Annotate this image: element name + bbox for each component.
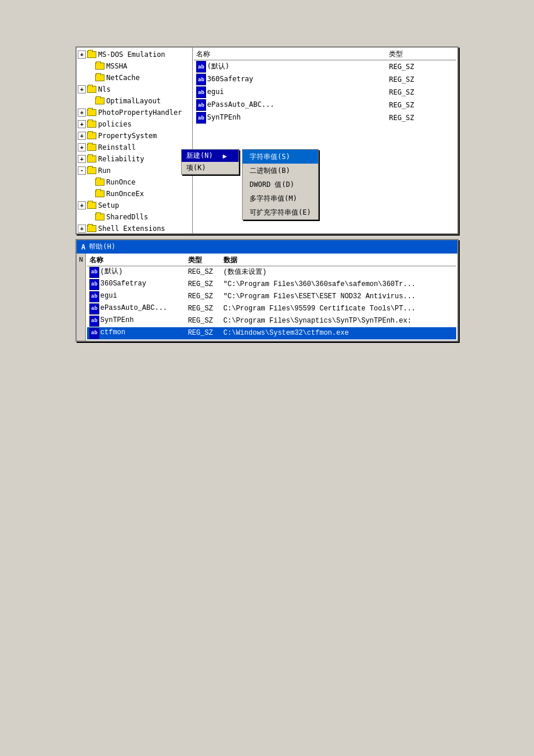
value-name: (默认) xyxy=(100,267,122,276)
tree-item[interactable]: MSSHA xyxy=(77,60,192,72)
table-row[interactable]: abegui REG_SZ "C:\Program Files\ESET\ESE… xyxy=(87,291,456,303)
tree-expander[interactable]: + xyxy=(78,143,86,151)
tree-expander[interactable]: + xyxy=(78,85,86,93)
folder-icon xyxy=(95,97,104,104)
tree-expander[interactable]: + xyxy=(78,225,86,233)
value-pane: 名称 类型 ab(默认) REG_SZ ab360Safetray REG_SZ… xyxy=(193,48,457,233)
folder-icon xyxy=(87,155,96,162)
ab-icon: ab xyxy=(89,291,99,302)
tree-item[interactable]: +PropertySystem xyxy=(77,130,192,142)
tree-expander-empty xyxy=(86,62,94,70)
tree-expander[interactable]: + xyxy=(78,155,86,163)
tree-item[interactable]: -Run xyxy=(77,165,192,176)
ab-icon: ab xyxy=(89,279,99,290)
table-row[interactable]: ab(默认) REG_SZ (数值未设置) xyxy=(87,266,456,279)
value-type: REG_SZ xyxy=(186,327,221,339)
folder-icon xyxy=(87,225,96,232)
tree-item[interactable]: RunOnce xyxy=(77,176,192,188)
tree-pane[interactable]: +MS-DOS EmulationMSSHANetCache+NlsOptima… xyxy=(77,48,193,233)
submenu-item[interactable]: 字符串值(S) xyxy=(243,150,318,164)
table-row[interactable]: ab360Safetray REG_SZ "C:\Program Files\3… xyxy=(87,278,456,291)
submenu-item[interactable]: DWORD 值(D) xyxy=(243,178,318,191)
tree-expander-empty xyxy=(86,97,94,105)
tree-item-label: PropertySystem xyxy=(98,131,157,141)
value-data: C:\Windows\System32\ctfmon.exe xyxy=(221,327,456,339)
tree-item[interactable]: +MS-DOS Emulation xyxy=(77,49,192,60)
value-type: REG_SZ xyxy=(387,73,456,86)
value-name: SynTPEnh xyxy=(100,316,134,324)
tree-item[interactable]: +policies xyxy=(77,118,192,130)
tree-item[interactable]: +Reliability xyxy=(77,153,192,165)
tree-expander[interactable]: + xyxy=(78,108,86,117)
value-type: REG_SZ xyxy=(186,315,221,327)
tree-item-label: Setup xyxy=(98,200,119,211)
table-row[interactable]: abePassAuto_ABC... REG_SZ C:\Program Fil… xyxy=(87,303,456,315)
tree-item-label: NetCache xyxy=(106,73,140,83)
registry-editor-top: +MS-DOS EmulationMSSHANetCache+NlsOptima… xyxy=(75,46,459,234)
tree-item[interactable]: SharedDlls xyxy=(77,211,192,223)
tree-expander[interactable]: + xyxy=(78,120,86,128)
bottom-panel-header: A 帮助(H) xyxy=(77,240,457,254)
submenu-item[interactable]: 二进制值(B) xyxy=(243,164,318,178)
value-data: "C:\Program Files\360\360safe\safemon\36… xyxy=(221,278,456,291)
tree-expander-empty xyxy=(86,74,94,82)
folder-icon xyxy=(87,144,96,151)
tree-expander-empty xyxy=(86,190,94,198)
tree-item[interactable]: OptimalLayout xyxy=(77,95,192,107)
folder-icon xyxy=(95,190,104,197)
tree-item-label: Reinstall xyxy=(98,142,136,153)
value-name: ePassAuto_ABC... xyxy=(207,100,275,108)
value-name: ctfmon xyxy=(100,328,125,337)
table-row[interactable]: ab(默认) REG_SZ xyxy=(194,60,456,74)
ab-icon: ab xyxy=(196,74,206,85)
tree-item-label: RunOnce xyxy=(106,177,136,187)
value-type: REG_SZ xyxy=(387,60,456,74)
submenu[interactable]: 字符串值(S)二进制值(B)DWORD 值(D)多字符串值(M)可扩充字符串值(… xyxy=(242,149,319,220)
tree-item[interactable]: +Reinstall xyxy=(77,142,192,153)
folder-icon xyxy=(87,121,96,128)
tree-expander[interactable]: + xyxy=(78,201,86,209)
table-row[interactable]: abePassAuto_ABC... REG_SZ xyxy=(194,99,456,111)
ab-icon: ab xyxy=(196,112,206,124)
table-row[interactable]: ab360Safetray REG_SZ xyxy=(194,73,456,86)
bottom-col-name: 名称 xyxy=(87,255,186,266)
folder-icon xyxy=(87,167,96,174)
context-menu-item[interactable]: 项(K) xyxy=(182,162,239,174)
tree-item[interactable]: +PhotoPropertyHandler xyxy=(77,107,192,118)
table-row[interactable]: abSynTPEnh REG_SZ C:\Program Files\Synap… xyxy=(87,315,456,327)
folder-icon xyxy=(87,109,96,116)
value-name: 360Safetray xyxy=(100,280,146,288)
tree-item[interactable]: +Shell Extensions xyxy=(77,223,192,233)
table-row[interactable]: abctfmon REG_SZ C:\Windows\System32\ctfm… xyxy=(87,327,456,339)
value-name: 360Safetray xyxy=(207,75,253,83)
submenu-item[interactable]: 可扩充字符串值(E) xyxy=(243,205,318,219)
submenu-item[interactable]: 多字符串值(M) xyxy=(243,191,318,205)
tree-item[interactable]: RunOnceEx xyxy=(77,188,192,200)
tree-expander[interactable]: - xyxy=(78,167,86,175)
value-name: (默认) xyxy=(207,62,229,70)
context-menu[interactable]: 新建(N) ▶ 项(K) xyxy=(181,149,239,175)
folder-icon xyxy=(95,63,104,70)
table-row[interactable]: abSynTPEnh REG_SZ xyxy=(194,111,456,124)
ab-icon: ab xyxy=(89,267,99,278)
tree-item[interactable]: NetCache xyxy=(77,72,192,84)
tree-item-label: OptimalLayout xyxy=(106,96,161,106)
ab-icon: ab xyxy=(196,61,206,73)
header-label: 帮助(H) xyxy=(89,242,116,252)
tree-expander[interactable]: + xyxy=(78,50,86,59)
value-data: C:\Program Files\Synaptics\SynTP\SynTPEn… xyxy=(221,315,456,327)
value-type: REG_SZ xyxy=(186,266,221,279)
table-row[interactable]: abegui REG_SZ xyxy=(194,86,456,99)
tree-item-label: Run xyxy=(98,165,111,176)
folder-icon xyxy=(87,51,96,58)
tree-item[interactable]: +Nls xyxy=(77,84,192,95)
context-menu-arrow: ▶ xyxy=(223,152,227,160)
value-type: REG_SZ xyxy=(186,291,221,303)
tree-expander[interactable]: + xyxy=(78,132,86,140)
tree-item-label: Reliability xyxy=(98,154,144,164)
tree-item-label: Shell Extensions xyxy=(98,223,165,233)
folder-icon xyxy=(95,214,104,220)
folder-icon xyxy=(87,86,96,93)
tree-item[interactable]: +Setup xyxy=(77,200,192,211)
context-menu-new[interactable]: 新建(N) ▶ xyxy=(182,150,239,162)
